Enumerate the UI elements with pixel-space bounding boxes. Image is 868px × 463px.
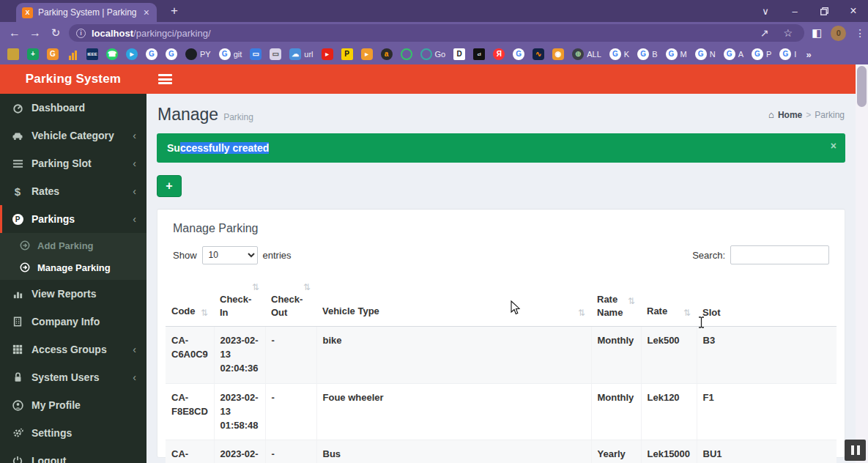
search-input[interactable]: [730, 245, 829, 264]
browser-menu-icon[interactable]: ⋮: [855, 27, 865, 39]
sidebar-item-vehicle-category[interactable]: Vehicle Category ‹: [0, 122, 146, 149]
minimize-button[interactable]: –: [780, 0, 809, 22]
sidebar-item-logout[interactable]: Logout: [0, 447, 146, 463]
bookmark-hex-orange[interactable]: G: [47, 48, 59, 60]
page-scrollbar[interactable]: [856, 64, 868, 463]
alert-close-icon[interactable]: ×: [831, 140, 837, 152]
sidebar-item-my-profile[interactable]: My Profile: [0, 391, 146, 419]
sort-icon[interactable]: ⇅: [252, 281, 259, 293]
bookmark-youtube[interactable]: ▶: [322, 48, 333, 60]
bookmark-google[interactable]: G: [513, 48, 524, 60]
bookmark-label: url: [304, 50, 313, 59]
bookmark-label: P: [766, 50, 771, 59]
bookmark-pin-gold[interactable]: [7, 48, 19, 60]
sort-icon[interactable]: ⇅: [683, 307, 691, 319]
sidebar-item-add-parking[interactable]: Add Parking: [0, 234, 146, 256]
bookmark-camera-orange[interactable]: ▶: [361, 48, 373, 60]
restore-button[interactable]: [809, 0, 839, 22]
sidebar-item-company-info[interactable]: Company Info: [0, 308, 146, 336]
bookmark-cl-black[interactable]: cl: [473, 48, 485, 60]
column-header-rate[interactable]: ⇅Rate: [641, 273, 697, 327]
bookmark-green-ring[interactable]: [401, 48, 412, 60]
table-row[interactable]: CA-8486C8 2023-02-13 01:57:34 - Bus Year…: [166, 440, 837, 463]
bookmark-github[interactable]: PY: [185, 48, 211, 60]
sort-icon[interactable]: ⇅: [201, 307, 208, 319]
site-info-icon[interactable]: i: [76, 29, 86, 38]
bookmark-google-i[interactable]: GI: [779, 48, 796, 60]
profile-avatar[interactable]: 0: [831, 26, 846, 41]
bookmark-yandex[interactable]: Я: [493, 48, 505, 60]
bookmark-go-teal-ring[interactable]: Go: [420, 48, 446, 60]
sidebar-item-manage-parking[interactable]: Manage Parking: [0, 256, 146, 278]
bookmarks-overflow-icon[interactable]: »: [806, 49, 811, 60]
bookmark-whatsapp[interactable]: ☎: [106, 48, 118, 60]
table-row[interactable]: CA-C6A0C9 2023-02-13 02:04:36 - bike Mon…: [166, 327, 837, 384]
bookmark-matlab[interactable]: ∿: [533, 48, 544, 60]
bookmark-label: I: [794, 50, 796, 59]
entries-select[interactable]: 10: [202, 246, 258, 264]
browser-toolbar: ← → ↻ i localhost/parkingci/parking/ ↗ ☆…: [0, 22, 868, 44]
hamburger-icon[interactable]: [158, 74, 172, 84]
table-row[interactable]: CA-F8E8CD 2023-02-13 01:58:48 - Foue whe…: [166, 383, 837, 440]
image-blue-favicon: ▭: [250, 48, 261, 60]
forward-icon[interactable]: →: [25, 26, 45, 40]
bookmark-telegram[interactable]: ▸: [126, 48, 138, 60]
sidebar-item-rates[interactable]: $ Rates ‹: [0, 177, 146, 205]
column-header-check-in[interactable]: ⇅Check-In: [214, 273, 265, 327]
bookmark-google-p[interactable]: GP: [752, 48, 771, 60]
bookmark-label: Go: [435, 50, 446, 59]
bookmark-p-yellow[interactable]: P: [341, 48, 353, 60]
sidebar-item-view-reports[interactable]: View Reports: [0, 280, 146, 308]
sort-icon[interactable]: ⇅: [578, 307, 585, 319]
close-window-button[interactable]: ×: [839, 0, 868, 22]
bookmark-google-n[interactable]: GN: [695, 48, 716, 60]
bookmark-cart-dark[interactable]: a: [381, 48, 393, 60]
recorder-pause-button[interactable]: [845, 440, 866, 461]
sidebar-item-system-users[interactable]: System Users ‹: [0, 363, 146, 391]
column-header-slot[interactable]: Slot: [697, 273, 837, 327]
bookmark-duck[interactable]: D: [453, 48, 465, 60]
back-icon[interactable]: ←: [4, 26, 25, 40]
bookmark-briefcase[interactable]: ▭: [270, 48, 281, 60]
scrollbar-thumb[interactable]: [857, 66, 867, 107]
url-bar[interactable]: i localhost/parkingci/parking/ ↗ ☆: [69, 24, 804, 42]
cell-rate: Lek120: [641, 383, 697, 440]
bookmark-google-m[interactable]: GM: [666, 48, 687, 60]
column-header-rate-name[interactable]: ⇅Rate Name: [591, 273, 641, 327]
bookmark-google-git[interactable]: Ggit: [219, 48, 242, 60]
tab-close-icon[interactable]: ×: [142, 7, 151, 18]
bookmark-star-icon[interactable]: ☆: [779, 27, 797, 39]
sidebar-item-parking-slot[interactable]: Parking Slot ‹: [0, 149, 146, 177]
bookmark-google-a[interactable]: GA: [724, 48, 743, 60]
app-brand[interactable]: Parking System: [0, 64, 146, 94]
sidebar-item-settings[interactable]: Settings: [0, 419, 146, 447]
bookmark-eye-orange[interactable]: ◉: [552, 48, 564, 60]
bookmark-google-b[interactable]: GB: [637, 48, 657, 60]
breadcrumb-home[interactable]: Home: [778, 110, 802, 120]
bookmark-analytics[interactable]: [67, 48, 78, 60]
sort-icon[interactable]: ⇅: [628, 295, 635, 307]
bookmark-sheets[interactable]: +: [27, 48, 39, 60]
column-header-code[interactable]: ⇅Code: [166, 273, 214, 327]
side-panel-icon[interactable]: ◧: [812, 26, 822, 40]
share-icon[interactable]: ↗: [756, 27, 774, 39]
bookmark-google[interactable]: G: [166, 48, 177, 60]
reload-icon[interactable]: ↻: [45, 26, 66, 40]
bookmark-ieee[interactable]: IEEE: [86, 48, 98, 60]
column-header-check-out[interactable]: ⇅Check-Out: [265, 273, 316, 327]
bookmark-globe-all[interactable]: ⊕ALL: [572, 48, 601, 60]
sidebar-item-parkings[interactable]: P Parkings ‹: [0, 205, 146, 233]
column-header-vehicle-type[interactable]: ⇅Vehicle Type: [316, 273, 591, 327]
sort-icon[interactable]: ⇅: [303, 281, 311, 293]
add-parking-button[interactable]: +: [157, 175, 182, 197]
bookmark-google[interactable]: G: [146, 48, 157, 60]
tab-search-chevron-icon[interactable]: ∨: [751, 0, 780, 22]
bookmark-google-k[interactable]: GK: [609, 48, 629, 60]
browser-tab[interactable]: X Parking System | Parking ×: [16, 3, 157, 22]
new-tab-button[interactable]: +: [166, 2, 183, 20]
app-navbar: [146, 64, 856, 94]
bookmark-image-blue[interactable]: ▭: [250, 48, 261, 60]
bookmark-cloud-url[interactable]: ☁url: [289, 48, 313, 60]
sidebar-item-dashboard[interactable]: Dashboard: [0, 94, 146, 122]
sidebar-item-access-groups[interactable]: Access Groups ‹: [0, 336, 146, 363]
